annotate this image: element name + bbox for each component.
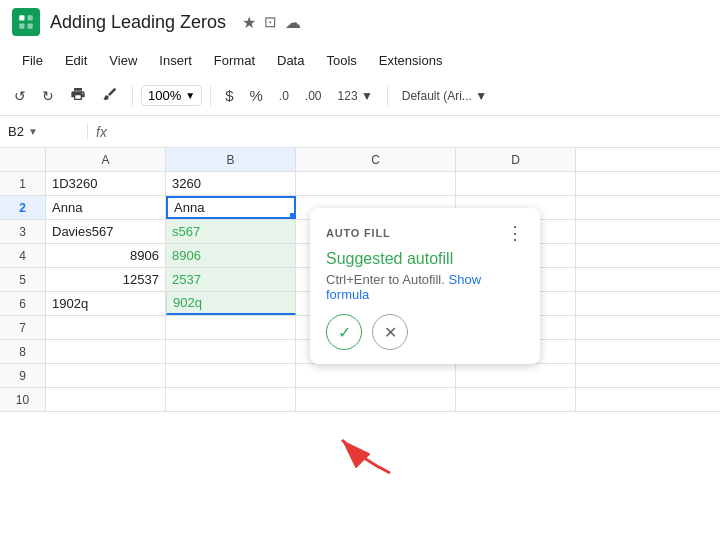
document-title: Adding Leading Zeros <box>50 12 226 33</box>
svg-rect-1 <box>28 15 33 20</box>
currency-button[interactable]: $ <box>219 83 239 108</box>
col-header-c[interactable]: C <box>296 148 456 171</box>
title-icons: ★ ⊡ ☁ <box>242 13 301 32</box>
menu-extensions[interactable]: Extensions <box>369 49 453 72</box>
autofill-more-icon[interactable]: ⋮ <box>506 222 524 244</box>
zoom-control[interactable]: 100% ▼ <box>141 85 202 106</box>
col-header-d[interactable]: D <box>456 148 576 171</box>
format-paint-button[interactable] <box>96 82 124 109</box>
toolbar-divider-2 <box>210 86 211 106</box>
table-row: 10 <box>0 388 720 412</box>
menu-bar: File Edit View Insert Format Data Tools … <box>0 44 720 76</box>
cell-b9[interactable] <box>166 364 296 387</box>
cell-a4[interactable]: 8906 <box>46 244 166 267</box>
row-num-3: 3 <box>0 220 46 243</box>
autofill-actions: ✓ ✕ <box>326 314 524 350</box>
cell-a8[interactable] <box>46 340 166 363</box>
menu-data[interactable]: Data <box>267 49 314 72</box>
menu-tools[interactable]: Tools <box>316 49 366 72</box>
reject-x-icon: ✕ <box>384 323 397 342</box>
folder-icon[interactable]: ⊡ <box>264 13 277 31</box>
row-num-7: 7 <box>0 316 46 339</box>
autofill-description: Ctrl+Enter to Autofill. Show formula <box>326 272 524 302</box>
cell-b2[interactable]: Anna <box>166 196 296 219</box>
cell-c10[interactable] <box>296 388 456 411</box>
table-row: 1 1D3260 3260 <box>0 172 720 196</box>
redo-button[interactable]: ↻ <box>36 84 60 108</box>
app-logo <box>12 8 40 36</box>
autofill-accept-button[interactable]: ✓ <box>326 314 362 350</box>
zoom-value: 100% <box>148 88 181 103</box>
cell-ref-dropdown[interactable]: ▼ <box>28 126 38 137</box>
spreadsheet: A B C D 1 1D3260 3260 2 Anna Anna 3 Davi… <box>0 148 720 412</box>
row-num-4: 4 <box>0 244 46 267</box>
col-header-b[interactable]: B <box>166 148 296 171</box>
column-headers: A B C D <box>0 148 720 172</box>
cell-a1[interactable]: 1D3260 <box>46 172 166 195</box>
formula-input[interactable] <box>115 124 712 139</box>
menu-edit[interactable]: Edit <box>55 49 97 72</box>
cell-c1[interactable] <box>296 172 456 195</box>
col-header-a[interactable]: A <box>46 148 166 171</box>
toolbar-divider-1 <box>132 86 133 106</box>
toolbar-divider-3 <box>387 86 388 106</box>
autofill-reject-button[interactable]: ✕ <box>372 314 408 350</box>
row-num-6: 6 <box>0 292 46 315</box>
font-button[interactable]: Default (Ari... ▼ <box>396 85 493 107</box>
svg-rect-2 <box>19 24 24 29</box>
autofill-suggested-label: Suggested autofill <box>326 250 524 268</box>
menu-file[interactable]: File <box>12 49 53 72</box>
cell-d10[interactable] <box>456 388 576 411</box>
decimal-dec-button[interactable]: .0 <box>273 85 295 107</box>
print-button[interactable] <box>64 82 92 109</box>
cell-a6[interactable]: 1902q <box>46 292 166 315</box>
row-num-10: 10 <box>0 388 46 411</box>
cell-a5[interactable]: 12537 <box>46 268 166 291</box>
fx-label: fx <box>96 124 107 140</box>
format-123-button[interactable]: 123 ▼ <box>332 85 379 107</box>
star-icon[interactable]: ★ <box>242 13 256 32</box>
zoom-dropdown-icon: ▼ <box>185 90 195 101</box>
cell-c9[interactable] <box>296 364 456 387</box>
accept-checkmark-icon: ✓ <box>338 323 351 342</box>
cell-b4[interactable]: 8906 <box>166 244 296 267</box>
autofill-desc-text: Ctrl+Enter to Autofill. <box>326 272 445 287</box>
autofill-header: AUTO FILL ⋮ <box>326 222 524 244</box>
autofill-title: AUTO FILL <box>326 227 390 239</box>
cell-a10[interactable] <box>46 388 166 411</box>
title-bar: Adding Leading Zeros ★ ⊡ ☁ <box>0 0 720 44</box>
menu-insert[interactable]: Insert <box>149 49 202 72</box>
row-num-1: 1 <box>0 172 46 195</box>
row-num-8: 8 <box>0 340 46 363</box>
toolbar: ↺ ↻ 100% ▼ $ % .0 .00 123 ▼ Default (Ari… <box>0 76 720 116</box>
autofill-panel: AUTO FILL ⋮ Suggested autofill Ctrl+Ente… <box>310 208 540 364</box>
cell-reference-box[interactable]: B2 ▼ <box>8 124 88 139</box>
cell-a9[interactable] <box>46 364 166 387</box>
percent-button[interactable]: % <box>244 83 269 108</box>
cell-b8[interactable] <box>166 340 296 363</box>
menu-view[interactable]: View <box>99 49 147 72</box>
cell-b10[interactable] <box>166 388 296 411</box>
decimal-inc-button[interactable]: .00 <box>299 85 328 107</box>
cell-b6[interactable]: 902q <box>166 292 296 315</box>
cell-b5[interactable]: 2537 <box>166 268 296 291</box>
undo-button[interactable]: ↺ <box>8 84 32 108</box>
svg-rect-0 <box>19 15 24 20</box>
cell-b7[interactable] <box>166 316 296 339</box>
cell-d1[interactable] <box>456 172 576 195</box>
cloud-icon[interactable]: ☁ <box>285 13 301 32</box>
cell-b3[interactable]: s567 <box>166 220 296 243</box>
table-row: 9 <box>0 364 720 388</box>
row-num-9: 9 <box>0 364 46 387</box>
row-num-header <box>0 148 46 171</box>
row-num-5: 5 <box>0 268 46 291</box>
menu-format[interactable]: Format <box>204 49 265 72</box>
cell-b1[interactable]: 3260 <box>166 172 296 195</box>
cell-d9[interactable] <box>456 364 576 387</box>
row-num-2: 2 <box>0 196 46 219</box>
cell-a7[interactable] <box>46 316 166 339</box>
cell-a2[interactable]: Anna <box>46 196 166 219</box>
svg-rect-3 <box>28 24 33 29</box>
cell-a3[interactable]: Davies567 <box>46 220 166 243</box>
formula-bar: B2 ▼ fx <box>0 116 720 148</box>
